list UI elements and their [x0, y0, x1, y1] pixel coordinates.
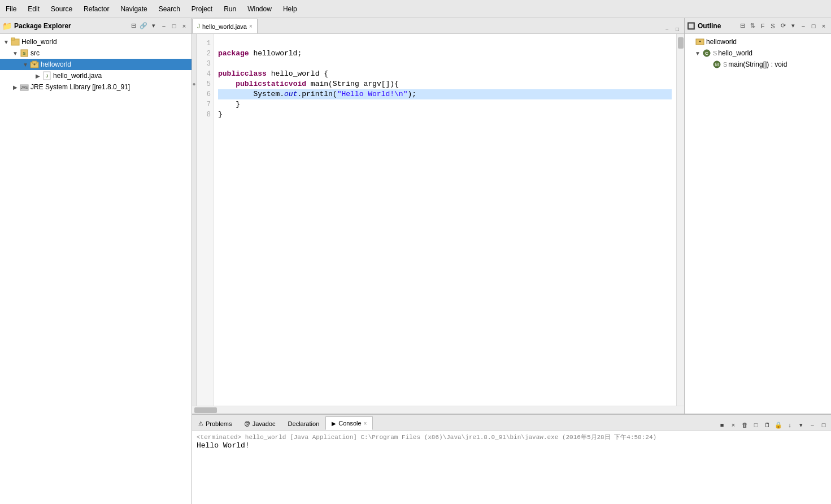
- package-explorer-icon: 📁: [2, 21, 12, 31]
- collapse-all-btn[interactable]: ⊟: [128, 21, 138, 31]
- outline-method-label: main(String[]) : void: [728, 60, 787, 68]
- console-scroll-lock-btn[interactable]: 🔒: [773, 420, 784, 430]
- tab-label: hello_world.java: [202, 23, 247, 30]
- tab-declaration[interactable]: Declaration: [282, 416, 326, 430]
- outline-class-vis: S: [713, 50, 717, 57]
- outline-menu-btn[interactable]: ▾: [788, 21, 798, 31]
- console-content[interactable]: <terminated> hello_world [Java Applicati…: [192, 431, 831, 504]
- tab-console-label: Console: [338, 420, 361, 427]
- editor-scrollbar[interactable]: [676, 34, 684, 406]
- close-outline-btn[interactable]: ×: [819, 21, 829, 31]
- maximize-editor-btn[interactable]: □: [673, 24, 682, 33]
- package-explorer-title: Package Explorer: [14, 22, 128, 30]
- console-clear-btn[interactable]: 🗒: [762, 420, 772, 430]
- minimize-editor-btn[interactable]: −: [663, 24, 672, 33]
- tab-console[interactable]: ▶ Console ×: [325, 416, 373, 430]
- gutter-2: [192, 49, 196, 59]
- project-icon: [10, 37, 20, 46]
- outline-package[interactable]: + helloworld: [685, 36, 831, 47]
- menubar: File Edit Source Refactor Navigate Searc…: [0, 0, 831, 18]
- project-toggle[interactable]: ▼: [2, 39, 10, 45]
- console-minimize-btn[interactable]: −: [807, 420, 817, 430]
- console-stop-btn[interactable]: ■: [717, 420, 727, 430]
- line-numbers: 1 2 3 4 5 6 7 8: [197, 34, 214, 406]
- outline-method-icon: M: [712, 60, 722, 69]
- outline-method[interactable]: M S main(String[]) : void: [685, 59, 831, 70]
- code-line-1: [218, 38, 672, 49]
- gutter-6: [192, 89, 196, 99]
- main-area: 📁 Package Explorer ⊟ 🔗 ▾ − □ × ▼ Hello_w…: [0, 18, 831, 504]
- menu-source[interactable]: Source: [45, 3, 78, 15]
- code-line-8: }: [218, 110, 672, 120]
- outline-hide-static-btn[interactable]: S: [768, 21, 778, 31]
- outline-class-icon: C: [702, 49, 712, 58]
- gutter-4: [192, 69, 196, 79]
- tree-src[interactable]: ▼ S src: [0, 47, 192, 59]
- menu-refactor[interactable]: Refactor: [78, 3, 115, 15]
- view-menu-btn[interactable]: ▾: [149, 21, 159, 31]
- code-content[interactable]: package helloworld; public class hello_w…: [214, 34, 676, 406]
- outline-collapse-btn[interactable]: ⊟: [737, 21, 747, 31]
- code-line-7: }: [218, 99, 672, 110]
- menu-run[interactable]: Run: [218, 3, 242, 15]
- menu-edit[interactable]: Edit: [22, 3, 45, 15]
- svg-text:C: C: [705, 51, 708, 56]
- console-icon: ▶: [332, 420, 336, 427]
- file-toggle[interactable]: ▶: [34, 73, 42, 79]
- maximize-explorer-btn[interactable]: □: [169, 21, 179, 31]
- outline-panel: 🔲 Outline ⊟ ⇅ F S ⟳ ▾ − □ ×: [684, 18, 831, 414]
- console-output: Hello World!: [197, 441, 826, 450]
- outline-class[interactable]: ▼ C S hello_world: [685, 47, 831, 59]
- project-label: Hello_world: [21, 38, 57, 46]
- menu-help[interactable]: Help: [277, 3, 303, 15]
- close-explorer-btn[interactable]: ×: [179, 21, 189, 31]
- outline-hide-fields-btn[interactable]: F: [758, 21, 768, 31]
- outline-maximize-btn[interactable]: □: [808, 21, 819, 31]
- minimize-explorer-btn[interactable]: −: [159, 21, 169, 31]
- hscrollbar-thumb: [194, 407, 217, 413]
- menu-project[interactable]: Project: [186, 3, 218, 15]
- menu-search[interactable]: Search: [153, 3, 186, 15]
- link-editor-btn[interactable]: 🔗: [138, 21, 149, 31]
- problems-icon: ⚠: [198, 420, 203, 427]
- jre-toggle[interactable]: ▶: [11, 84, 19, 90]
- package-toggle[interactable]: ▼: [21, 62, 29, 68]
- outline-minimize-btn[interactable]: −: [798, 21, 808, 31]
- src-toggle[interactable]: ▼: [11, 50, 19, 57]
- editor-tab-controls: − □: [660, 24, 684, 33]
- tree-project[interactable]: ▼ Hello_world: [0, 36, 192, 47]
- console-maximize-btn[interactable]: □: [819, 420, 829, 430]
- console-remove-btn[interactable]: 🗑: [739, 420, 750, 430]
- outline-sync-btn[interactable]: ⟳: [778, 21, 788, 31]
- editor-tab-hello[interactable]: J hello_world.java ×: [192, 19, 258, 33]
- java-file-label: hello_world.java: [53, 72, 102, 80]
- console-terminate-btn[interactable]: ×: [728, 420, 738, 430]
- console-menu-btn[interactable]: ▾: [796, 420, 806, 430]
- package-icon: +: [29, 60, 40, 69]
- tree-package[interactable]: ▼ + helloworld: [0, 59, 192, 70]
- console-new-btn[interactable]: □: [751, 420, 761, 430]
- menu-window[interactable]: Window: [242, 3, 277, 15]
- outline-tree: + helloworld ▼ C S hello_world: [685, 34, 831, 414]
- tree-java-file[interactable]: ▶ J hello_world.java: [0, 70, 192, 81]
- outline-class-toggle[interactable]: ▼: [694, 50, 702, 57]
- code-editor: ● 1 2 3 4 5 6 7 8: [192, 34, 684, 406]
- tab-problems[interactable]: ⚠ Problems: [192, 416, 238, 430]
- console-scroll-end-btn[interactable]: ↓: [785, 420, 795, 430]
- menu-navigate[interactable]: Navigate: [115, 3, 153, 15]
- editor-hscrollbar[interactable]: [192, 406, 684, 414]
- code-line-2: package helloworld;: [218, 49, 672, 59]
- menu-file[interactable]: File: [0, 3, 22, 15]
- console-close-icon[interactable]: ×: [364, 420, 367, 427]
- tab-close-btn[interactable]: ×: [249, 23, 253, 29]
- editor-panel: J hello_world.java × − □: [192, 18, 684, 414]
- java-file-icon: J: [42, 71, 52, 80]
- tab-javadoc[interactable]: @ Javadoc: [238, 416, 281, 430]
- code-line-6: System.out.println("Hello World!\n");: [218, 89, 672, 99]
- tree-jre[interactable]: ▶ JRE JRE System Library [jre1.8.0_91]: [0, 81, 192, 93]
- outline-sort-btn[interactable]: ⇅: [747, 21, 758, 31]
- tab-declaration-label: Declaration: [288, 420, 320, 427]
- outline-header: 🔲 Outline ⊟ ⇅ F S ⟳ ▾ − □ ×: [685, 18, 831, 34]
- svg-text:+: +: [699, 40, 701, 44]
- tab-javadoc-label: Javadoc: [253, 420, 276, 427]
